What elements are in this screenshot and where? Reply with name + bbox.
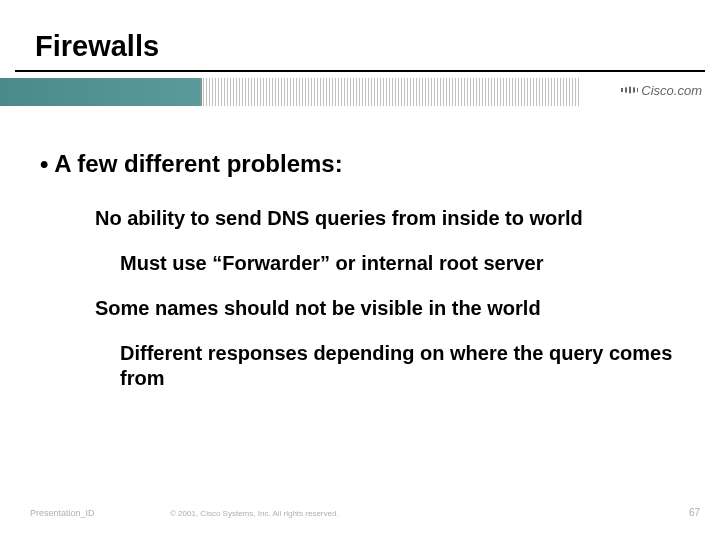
bullet-main: A few different problems:: [40, 150, 680, 178]
content-area: A few different problems: No ability to …: [40, 150, 680, 411]
header-ticks: [200, 78, 580, 106]
footer-page-number: 67: [689, 507, 700, 518]
sub-sub-point-1a: Must use “Forwarder” or internal root se…: [120, 251, 680, 276]
sub-sub-point-2a: Different responses depending on where t…: [120, 341, 680, 391]
footer-copyright: © 2001, Cisco Systems, Inc. All rights r…: [170, 509, 339, 518]
slide-title: Firewalls: [35, 30, 159, 63]
footer-presentation-id: Presentation_ID: [30, 508, 95, 518]
sub-point-2: Some names should not be visible in the …: [95, 296, 680, 321]
cisco-logo: Cisco.com: [620, 83, 702, 98]
title-underline: [15, 70, 705, 72]
sub-point-1: No ability to send DNS queries from insi…: [95, 206, 680, 231]
